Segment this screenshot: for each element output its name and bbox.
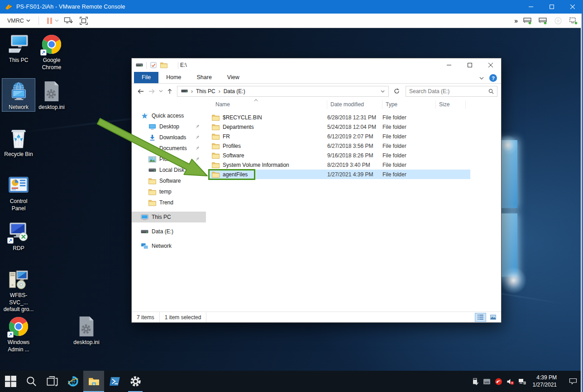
trend-micro-tray-icon[interactable]	[495, 378, 502, 385]
search-icon[interactable]	[488, 89, 494, 94]
details-view-button[interactable]	[475, 313, 486, 322]
file-row[interactable]: Profiles6/27/2018 3:56 PMFile folder	[210, 141, 470, 151]
up-button[interactable]	[164, 86, 175, 97]
desktop-icon-desktop-ini[interactable]: desktop.ini	[35, 79, 68, 111]
sidebar-item-trend[interactable]: Trend	[132, 197, 206, 208]
network-status-tray-icon[interactable]	[518, 378, 526, 385]
net-adapter-icon[interactable]	[569, 17, 578, 25]
explorer-window-title: E:\	[180, 62, 187, 68]
sidebar-item-this-pc[interactable]: This PC	[132, 212, 206, 222]
usb-device-tray-icon[interactable]	[471, 378, 479, 385]
vmrc-close-button[interactable]	[562, 0, 583, 14]
ribbon-collapse-icon[interactable]	[479, 76, 484, 80]
file-explorer-taskbar-button[interactable]	[83, 371, 104, 392]
breadcrumb-separator-icon[interactable]: ›	[189, 88, 195, 94]
sidebar-item-software[interactable]: Software	[132, 175, 206, 186]
this-pc-mini-icon	[141, 214, 148, 221]
vmware-tools-tray-icon[interactable]: vm	[483, 378, 491, 385]
desktop-icon-control-panel[interactable]: Control Panel	[2, 173, 35, 212]
refresh-button[interactable]	[392, 86, 401, 96]
pictures-icon	[148, 156, 156, 163]
forward-button[interactable]	[146, 86, 157, 97]
toolbar-overflow-chevron[interactable]: »	[514, 17, 517, 24]
file-row[interactable]: $RECYCLE.BIN6/28/2018 12:31 PMFile folde…	[210, 113, 470, 122]
action-center-button[interactable]	[565, 371, 581, 392]
chevron-down-icon[interactable]	[55, 19, 59, 23]
tab-view[interactable]: View	[220, 72, 247, 83]
task-view-taskbar-button[interactable]	[42, 371, 62, 392]
sidebar-item-pictures[interactable]: Pictures	[132, 154, 206, 165]
column-header-size[interactable]: Size	[436, 100, 466, 109]
vmrc-menu-button[interactable]: VMRC	[5, 18, 35, 24]
internet-explorer-taskbar-button[interactable]	[62, 371, 83, 392]
pause-vm-icon[interactable]	[47, 18, 52, 24]
send-to-display-icon[interactable]	[64, 17, 73, 25]
breadcrumb-separator-icon[interactable]: ›	[217, 88, 222, 94]
desktop-icon-rdp[interactable]: RDP	[2, 220, 35, 252]
back-button[interactable]	[135, 86, 146, 97]
file-row-selected[interactable]: agentFiles1/27/2021 4:39 PMFile folder	[210, 170, 470, 179]
tab-file[interactable]: File	[134, 72, 158, 83]
settings-taskbar-button[interactable]	[125, 371, 146, 392]
desktop-icon-network[interactable]: Network	[2, 79, 35, 111]
sidebar-item-documents[interactable]: Documents	[132, 143, 206, 154]
help-icon[interactable]: ?	[489, 74, 497, 82]
sidebar-item-temp[interactable]: temp	[132, 186, 206, 197]
tab-share[interactable]: Share	[189, 72, 220, 83]
properties-check-icon[interactable]	[150, 62, 157, 68]
sidebar-item-data-e[interactable]: Data (E:)	[132, 226, 206, 237]
fullscreen-icon[interactable]	[79, 17, 88, 25]
pin-icon	[195, 135, 200, 140]
vmrc-minimize-button[interactable]	[521, 0, 541, 14]
folder-icon	[212, 162, 220, 168]
breadcrumb-segment[interactable]: Data (E:)	[222, 88, 247, 94]
explorer-maximize-button[interactable]	[459, 58, 480, 72]
address-dropdown-icon[interactable]	[381, 90, 385, 93]
vmrc-maximize-button[interactable]	[541, 0, 562, 14]
taskbar-clock[interactable]: 4:39 PM 1/27/2021	[533, 374, 557, 388]
sidebar-item-local-disk-c[interactable]: Local Disk (C:)	[132, 165, 206, 175]
powershell-taskbar-button[interactable]	[104, 371, 125, 392]
explorer-minimize-button[interactable]	[439, 58, 459, 72]
desktop-icon-desktop-ini[interactable]: desktop.ini	[70, 314, 103, 346]
column-header-date-modified[interactable]: Date modified	[327, 100, 382, 109]
desktop-icon-this-pc[interactable]: This PC	[2, 32, 35, 64]
qat-dropdown-icon[interactable]	[170, 63, 174, 67]
folder-icon	[148, 199, 156, 206]
titlebar-divider	[178, 62, 178, 69]
vmrc-window-title: PS-FS01-2iAh - VMware Remote Console	[16, 4, 125, 10]
hard-disk-icon[interactable]	[538, 17, 548, 25]
sidebar-item-network[interactable]: Network	[132, 241, 206, 251]
sidebar-item-label: Local Disk (C:)	[159, 167, 195, 173]
desktop-icon-recycle-bin[interactable]: Recycle Bin	[2, 126, 35, 158]
desktop-icon-wfbs-svc-default-gro[interactable]: WFBS-SVC_... default gro...	[2, 267, 35, 313]
breadcrumb-segment[interactable]: This PC	[195, 88, 217, 94]
file-date-modified: 6/12/2019 2:07 PM	[327, 133, 382, 140]
hard-disk-icon[interactable]	[522, 17, 532, 25]
column-header-type[interactable]: Type	[382, 100, 436, 109]
desktop[interactable]: This PCGoogle ChromeNetworkdesktop.iniRe…	[0, 28, 583, 371]
cd-drive-icon[interactable]	[553, 17, 563, 25]
file-row[interactable]: FR6/12/2019 2:07 PMFile folder	[210, 132, 470, 141]
new-folder-icon[interactable]	[160, 62, 167, 68]
desktop-icon-label: desktop.ini	[70, 339, 103, 346]
desktop-icon-google-chrome[interactable]: Google Chrome	[35, 32, 68, 71]
file-name: FR	[223, 133, 230, 140]
search-input[interactable]: Search Data (E:)	[406, 86, 497, 97]
tab-home[interactable]: Home	[158, 72, 189, 83]
start-taskbar-button[interactable]	[0, 371, 21, 392]
thumbnails-view-button[interactable]	[487, 313, 499, 322]
file-row[interactable]: Software9/16/2018 8:26 PMFile folder	[210, 151, 470, 160]
recent-locations-icon[interactable]	[157, 86, 164, 97]
sidebar-item-desktop[interactable]: Desktop	[132, 121, 206, 132]
search-taskbar-button[interactable]	[21, 371, 42, 392]
address-bar[interactable]: ›This PC›Data (E:)	[177, 86, 389, 97]
volume-muted-tray-icon[interactable]	[507, 378, 514, 385]
sidebar-item-quick-access[interactable]: Quick access	[132, 110, 206, 121]
sidebar-item-downloads[interactable]: Downloads	[132, 132, 206, 143]
file-row[interactable]: Departments5/24/2018 12:04 PMFile folder	[210, 122, 470, 132]
file-row[interactable]: System Volume Information8/2/2019 3:40 P…	[210, 160, 470, 170]
desktop-icon-windows-admin[interactable]: Windows Admin ...	[2, 314, 35, 353]
column-header-name[interactable]: Name	[210, 100, 327, 109]
explorer-close-button[interactable]	[480, 58, 501, 72]
